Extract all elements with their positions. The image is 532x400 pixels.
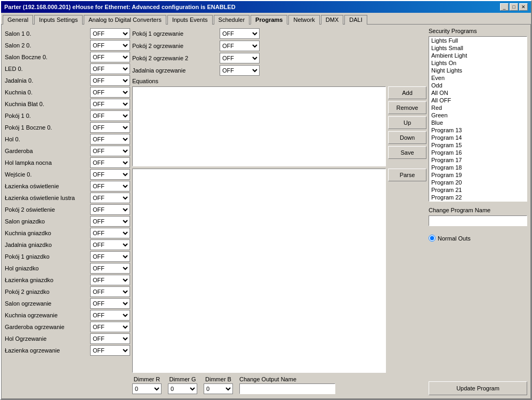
security-program-item[interactable]: Program 13 bbox=[429, 126, 527, 134]
output-dropdown[interactable]: OFFON bbox=[90, 110, 130, 121]
security-program-item[interactable]: Lights Full bbox=[429, 37, 527, 44]
up-button[interactable]: Up bbox=[388, 116, 426, 129]
output-dropdown[interactable]: OFFON bbox=[90, 52, 130, 62]
save-button[interactable]: Save bbox=[388, 146, 426, 159]
output-dropdown[interactable]: OFFON bbox=[90, 216, 130, 227]
output-dropdown[interactable]: OFFON bbox=[90, 63, 130, 74]
left-row: Salon 2 0.OFFON bbox=[5, 39, 130, 51]
main-window: Parter (192.168.000.201) eHouse for Ethe… bbox=[0, 0, 532, 400]
output-dropdown[interactable]: OFFON bbox=[90, 87, 130, 98]
output-dropdown[interactable]: OFFON bbox=[90, 157, 130, 168]
mid-output-dropdown[interactable]: OFFON bbox=[220, 53, 260, 63]
row-label: Garderoba ogrzewanie bbox=[5, 324, 90, 330]
output-dropdown[interactable]: OFFON bbox=[90, 310, 130, 321]
dimmer-r-dropdown[interactable]: 012345 bbox=[132, 383, 162, 394]
security-program-item[interactable]: Lights On bbox=[429, 59, 527, 67]
output-dropdown[interactable]: OFFON bbox=[90, 239, 130, 250]
dimmer-b-dropdown[interactable]: 012345 bbox=[204, 383, 233, 394]
security-program-item[interactable]: Program 15 bbox=[429, 141, 527, 149]
tab-dmx[interactable]: DMX bbox=[321, 15, 343, 25]
right-panel: Security ProgramsLights FullLights Small… bbox=[429, 28, 527, 395]
output-dropdown[interactable]: OFFON bbox=[90, 193, 130, 203]
security-program-item[interactable]: Program 17 bbox=[429, 156, 527, 164]
left-row: Garderoba ogrzewanieOFFON bbox=[5, 321, 130, 332]
security-program-item[interactable]: Ambient Light bbox=[429, 52, 527, 59]
row-label: Łazienka oświetlenie lustra bbox=[5, 195, 90, 201]
update-program-button[interactable]: Update Program bbox=[429, 381, 527, 395]
output-dropdown[interactable]: OFFON bbox=[90, 298, 130, 309]
middle-panel: Pokój 1 ogrzewanieOFFONPokój 2 ogrzewani… bbox=[132, 28, 426, 395]
security-program-item[interactable]: Night Lights bbox=[429, 67, 527, 74]
tab-network[interactable]: Network bbox=[288, 15, 319, 25]
left-row: Salon ogrzewanieOFFON bbox=[5, 298, 130, 309]
tab-analog-to-digital-converters[interactable]: Analog to Digital Converters bbox=[84, 15, 166, 25]
output-dropdown[interactable]: OFFON bbox=[90, 251, 130, 262]
output-dropdown[interactable]: OFFON bbox=[90, 228, 130, 238]
tab-programs[interactable]: Programs bbox=[251, 15, 287, 25]
change-program-name-input[interactable] bbox=[429, 215, 527, 226]
output-dropdown[interactable]: OFFON bbox=[90, 204, 130, 215]
normal-outs-radio[interactable] bbox=[429, 235, 436, 242]
security-program-item[interactable]: Program 20 bbox=[429, 179, 527, 186]
down-button[interactable]: Down bbox=[388, 131, 426, 144]
maximize-button[interactable]: □ bbox=[510, 3, 518, 11]
tab-inputs-settings[interactable]: Inputs Settings bbox=[34, 15, 83, 25]
security-program-item[interactable]: Lights Small bbox=[429, 44, 527, 52]
security-program-item[interactable]: All ON bbox=[429, 89, 527, 97]
output-dropdown[interactable]: OFFON bbox=[90, 40, 130, 51]
output-dropdown[interactable]: OFFON bbox=[90, 286, 130, 297]
left-row: Jadalnia gniazdkoOFFON bbox=[5, 239, 130, 250]
output-dropdown[interactable]: OFFON bbox=[90, 275, 130, 285]
output-dropdown[interactable]: OFFON bbox=[90, 134, 130, 145]
output-dropdown[interactable]: OFFON bbox=[90, 146, 130, 156]
security-program-item[interactable]: Program 19 bbox=[429, 171, 527, 179]
mid-output-dropdown[interactable]: OFFON bbox=[220, 41, 260, 51]
output-dropdown[interactable]: OFFON bbox=[90, 28, 130, 39]
security-program-item[interactable]: All OFF bbox=[429, 97, 527, 104]
add-button[interactable]: Add bbox=[388, 86, 426, 99]
security-program-item[interactable]: Program 23 bbox=[429, 201, 527, 202]
close-button[interactable]: ✕ bbox=[519, 3, 528, 11]
row-label: Łazienka oświetlenie bbox=[5, 183, 90, 189]
tab-scheduler[interactable]: Scheduler bbox=[214, 15, 250, 25]
security-program-item[interactable]: Program 21 bbox=[429, 186, 527, 194]
parse-textarea[interactable] bbox=[132, 169, 386, 373]
left-row: Salon gniazdkoOFFON bbox=[5, 215, 130, 227]
equations-textarea[interactable] bbox=[132, 86, 386, 166]
output-dropdown[interactable]: OFFON bbox=[90, 322, 130, 332]
tab-dali[interactable]: DALI bbox=[344, 15, 367, 25]
security-program-item[interactable]: Red bbox=[429, 104, 527, 111]
row-label: Łazienka ogrzewanie bbox=[5, 347, 90, 354]
minimize-button[interactable]: _ bbox=[500, 3, 509, 11]
security-program-item[interactable]: Program 14 bbox=[429, 134, 527, 141]
parse-button[interactable]: Parse bbox=[388, 169, 426, 181]
normal-outs-radio-row: Normal Outs bbox=[429, 235, 527, 242]
mid-output-dropdown[interactable]: OFFON bbox=[220, 65, 260, 76]
output-dropdown[interactable]: OFFON bbox=[90, 75, 130, 86]
security-programs-list[interactable]: Lights FullLights SmallAmbient LightLigh… bbox=[429, 36, 527, 202]
security-program-item[interactable]: Even bbox=[429, 74, 527, 82]
output-dropdown[interactable]: OFFON bbox=[90, 122, 130, 133]
remove-button[interactable]: Remove bbox=[388, 101, 426, 114]
security-program-item[interactable]: Program 22 bbox=[429, 194, 527, 201]
row-label: Pokój 1 gniazdko bbox=[5, 253, 90, 260]
output-dropdown[interactable]: OFFON bbox=[90, 181, 130, 191]
tab-general[interactable]: General bbox=[3, 15, 33, 25]
security-program-item[interactable]: Program 16 bbox=[429, 149, 527, 156]
tab-inputs-events[interactable]: Inputs Events bbox=[167, 15, 213, 25]
security-program-item[interactable]: Green bbox=[429, 111, 527, 119]
left-row: Pokój 1 0.OFFON bbox=[5, 110, 130, 121]
output-dropdown[interactable]: OFFON bbox=[90, 99, 130, 109]
security-program-item[interactable]: Odd bbox=[429, 82, 527, 89]
row-label: Kuchnia gniazdko bbox=[5, 230, 90, 236]
output-dropdown[interactable]: OFFON bbox=[90, 333, 130, 344]
change-output-name-input[interactable] bbox=[239, 383, 335, 394]
tab-content: Salon 1 0.OFFONSalon 2 0.OFFONSalon Bocz… bbox=[1, 24, 531, 399]
output-dropdown[interactable]: OFFON bbox=[90, 169, 130, 180]
mid-output-dropdown[interactable]: OFFON bbox=[220, 28, 260, 39]
security-program-item[interactable]: Program 18 bbox=[429, 164, 527, 171]
security-program-item[interactable]: Blue bbox=[429, 119, 527, 126]
dimmer-g-dropdown[interactable]: 012345 bbox=[168, 383, 197, 394]
output-dropdown[interactable]: OFFON bbox=[90, 263, 130, 274]
output-dropdown[interactable]: OFFON bbox=[90, 345, 130, 356]
